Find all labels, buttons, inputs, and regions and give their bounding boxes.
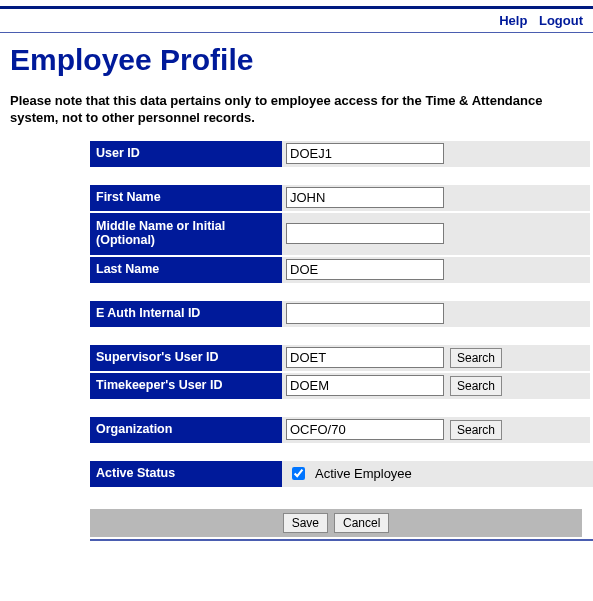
label-eauth-id: E Auth Internal ID — [90, 301, 282, 327]
organization-input[interactable] — [286, 419, 444, 440]
label-middle-name: Middle Name or Initial (Optional) — [90, 213, 282, 255]
active-employee-label: Active Employee — [315, 466, 412, 481]
label-first-name: First Name — [90, 185, 282, 211]
user-id-input[interactable] — [286, 143, 444, 164]
cancel-button[interactable]: Cancel — [334, 513, 389, 533]
label-supervisor-id: Supervisor's User ID — [90, 345, 282, 371]
button-bar: Save Cancel — [90, 509, 582, 537]
bottom-divider — [90, 539, 593, 541]
timekeeper-search-button[interactable]: Search — [450, 376, 502, 396]
access-note: Please note that this data pertains only… — [10, 93, 583, 127]
organization-search-button[interactable]: Search — [450, 420, 502, 440]
label-active-status: Active Status — [90, 461, 282, 487]
top-divider-thin — [0, 32, 593, 33]
label-timekeeper-id: Timekeeper's User ID — [90, 373, 282, 399]
supervisor-search-button[interactable]: Search — [450, 348, 502, 368]
save-button[interactable]: Save — [283, 513, 328, 533]
help-link[interactable]: Help — [499, 13, 527, 28]
label-user-id: User ID — [90, 141, 282, 167]
timekeeper-id-input[interactable] — [286, 375, 444, 396]
top-nav: Help Logout — [0, 9, 593, 32]
supervisor-id-input[interactable] — [286, 347, 444, 368]
label-last-name: Last Name — [90, 257, 282, 283]
first-name-input[interactable] — [286, 187, 444, 208]
middle-name-input[interactable] — [286, 223, 444, 244]
last-name-input[interactable] — [286, 259, 444, 280]
profile-form: User ID First Name Middle Name or Initia… — [90, 141, 593, 541]
label-organization: Organization — [90, 417, 282, 443]
page-title: Employee Profile — [10, 43, 593, 77]
eauth-id-input[interactable] — [286, 303, 444, 324]
active-employee-checkbox[interactable] — [292, 467, 305, 480]
logout-link[interactable]: Logout — [539, 13, 583, 28]
